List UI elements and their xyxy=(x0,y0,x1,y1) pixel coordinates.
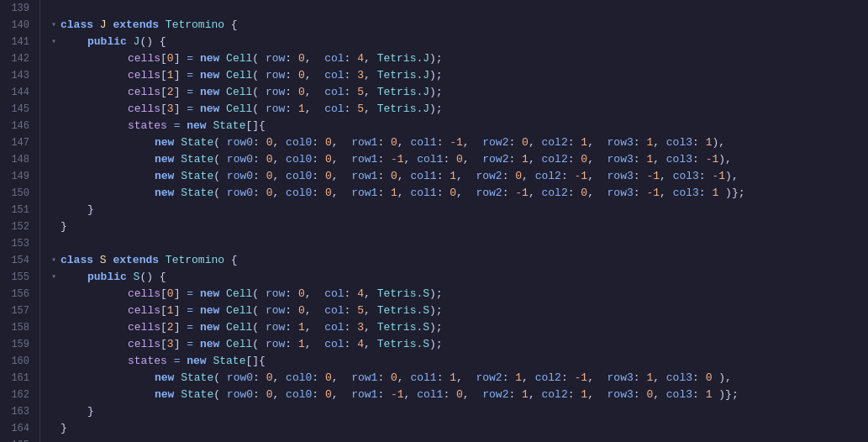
code-line-139 xyxy=(47,0,868,17)
fold-gutter-140[interactable]: ▾ xyxy=(47,17,60,34)
fold-gutter-143[interactable] xyxy=(47,67,60,84)
code-line-160: states = new State[]{ xyxy=(47,353,868,370)
fold-gutter-144[interactable] xyxy=(47,84,60,101)
code-line-141: ▾ public J() { xyxy=(47,34,868,50)
fold-gutter-162[interactable] xyxy=(47,387,60,403)
code-line-158: cells[2] = new Cell( row: 1, col: 3, Tet… xyxy=(47,319,868,336)
fold-gutter-158[interactable] xyxy=(47,319,60,336)
code-line-152: } xyxy=(47,218,868,235)
code-line-143: cells[1] = new Cell( row: 0, col: 3, Tet… xyxy=(47,67,868,84)
code-line-163: } xyxy=(47,403,868,420)
fold-gutter-142[interactable] xyxy=(47,50,60,67)
fold-gutter-163[interactable] xyxy=(47,403,60,420)
fold-gutter-157[interactable] xyxy=(47,303,60,319)
fold-gutter-139[interactable] xyxy=(47,0,60,17)
code-editor: 139 140 141 142 143 144 145 146 147 148 … xyxy=(0,0,868,442)
fold-gutter-147[interactable] xyxy=(47,134,60,151)
fold-gutter-153[interactable] xyxy=(47,235,60,252)
fold-gutter-155[interactable]: ▾ xyxy=(47,269,60,286)
code-line-147: new State( row0: 0, col0: 0, row1: 0, co… xyxy=(47,134,868,151)
code-line-154: ▾ class S extends Tetromino { xyxy=(47,252,868,269)
code-line-156: cells[0] = new Cell( row: 0, col: 4, Tet… xyxy=(47,286,868,303)
fold-gutter-160[interactable] xyxy=(47,353,60,370)
code-line-150: new State( row0: 0, col0: 0, row1: 1, co… xyxy=(47,185,868,202)
code-line-165 xyxy=(47,437,868,442)
fold-gutter-150[interactable] xyxy=(47,185,60,202)
fold-gutter-141[interactable]: ▾ xyxy=(47,34,60,50)
code-line-164: } xyxy=(47,420,868,437)
fold-gutter-156[interactable] xyxy=(47,286,60,303)
fold-gutter-148[interactable] xyxy=(47,151,60,168)
fold-gutter-159[interactable] xyxy=(47,336,60,353)
code-line-149: new State( row0: 0, col0: 0, row1: 0, co… xyxy=(47,168,868,185)
code-line-142: cells[0] = new Cell( row: 0, col: 4, Tet… xyxy=(47,50,868,67)
fold-gutter-151[interactable] xyxy=(47,202,60,218)
code-line-144: cells[2] = new Cell( row: 0, col: 5, Tet… xyxy=(47,84,868,101)
fold-gutter-154[interactable]: ▾ xyxy=(47,252,60,269)
code-line-146: states = new State[]{ xyxy=(47,118,868,134)
code-line-140: ▾ class J extends Tetromino { xyxy=(47,17,868,34)
fold-gutter-145[interactable] xyxy=(47,101,60,118)
code-line-162: new State( row0: 0, col0: 0, row1: -1, c… xyxy=(47,387,868,403)
code-line-151: } xyxy=(47,202,868,218)
fold-gutter-164[interactable] xyxy=(47,420,60,437)
fold-gutter-152[interactable] xyxy=(47,218,60,235)
fold-gutter-165[interactable] xyxy=(47,437,60,442)
code-line-153 xyxy=(47,235,868,252)
code-line-157: cells[1] = new Cell( row: 0, col: 5, Tet… xyxy=(47,303,868,319)
code-line-159: cells[3] = new Cell( row: 1, col: 4, Tet… xyxy=(47,336,868,353)
line-number-gutter: 139 140 141 142 143 144 145 146 147 148 … xyxy=(0,0,40,442)
fold-gutter-149[interactable] xyxy=(47,168,60,185)
fold-gutter-161[interactable] xyxy=(47,370,60,387)
code-content-area[interactable]: ▾ class J extends Tetromino { ▾ public J… xyxy=(40,0,868,442)
code-line-161: new State( row0: 0, col0: 0, row1: 0, co… xyxy=(47,370,868,387)
code-line-148: new State( row0: 0, col0: 0, row1: -1, c… xyxy=(47,151,868,168)
code-line-155: ▾ public S() { xyxy=(47,269,868,286)
code-line-145: cells[3] = new Cell( row: 1, col: 5, Tet… xyxy=(47,101,868,118)
fold-gutter-146[interactable] xyxy=(47,118,60,134)
